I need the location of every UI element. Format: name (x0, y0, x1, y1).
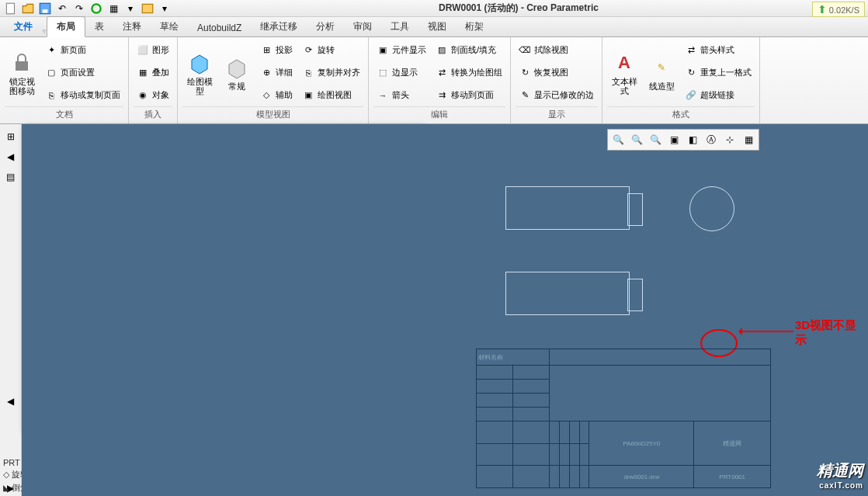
tab-autobuildz[interactable]: AutobuildZ (188, 19, 251, 36)
move-copy-page-button[interactable]: ⎘移动或复制页面 (42, 88, 123, 103)
page-setup-button[interactable]: ▢页面设置 (42, 65, 123, 81)
repaint-icon[interactable]: ▣ (665, 131, 682, 148)
erase-view-button[interactable]: ⌫拭除视图 (516, 43, 597, 58)
shade-icon[interactable]: ◧ (684, 131, 701, 148)
window-title: DRW0001 (活动的) - Creo Parametric (172, 2, 865, 15)
new-icon[interactable] (3, 2, 19, 16)
svg-rect-2 (43, 9, 48, 13)
ribbon: 锁定视图移动 ✦新页面 ▢页面设置 ⎘移动或复制页面 文档 ⬜图形 ▦叠加 ◉对… (0, 37, 868, 124)
rotate-icon: ⟳ (302, 44, 314, 57)
zoom-out-icon[interactable]: 🔍 (647, 131, 664, 148)
tree-icon[interactable]: ⊞ (3, 129, 19, 144)
ribbon-group-format: A 文本样式 ✎ 线造型 ⇄箭头样式 ↻重复上一格式 🔗超级链接 格式 (602, 37, 760, 123)
drawing-view-2[interactable] (505, 272, 630, 315)
drawing-canvas[interactable]: 🔍 🔍 🔍 ▣ ◧ Ⓐ ⊹ ▦ 3D视图不显示 材料名称 PA60nD25Y0精… (22, 124, 868, 496)
hatch-button[interactable]: ▨剖面线/填充 (432, 43, 505, 58)
move-to-page-button[interactable]: ⇉移动到页面 (432, 88, 505, 103)
line-style-button[interactable]: ✎ 线造型 (644, 39, 679, 106)
annotation-text-2: 3D视图不显示 (795, 318, 868, 348)
grid-icon[interactable]: ▦ (740, 131, 757, 148)
drawing-view-icon: ▣ (302, 89, 314, 102)
drawing-models-button[interactable]: 绘图模型 (182, 39, 217, 106)
regen-icon[interactable] (89, 2, 104, 16)
view-toolbar: 🔍 🔍 🔍 ▣ ◧ Ⓐ ⊹ ▦ (607, 129, 759, 151)
zoom-in-icon[interactable]: 🔍 (628, 131, 645, 148)
repeat-format-button[interactable]: ↻重复上一格式 (682, 65, 755, 81)
drawing-view-button[interactable]: ▣绘图视图 (299, 88, 363, 103)
new-page-button[interactable]: ✦新页面 (42, 43, 123, 58)
tab-sketch[interactable]: 草绘 (151, 17, 188, 36)
tab-tools[interactable]: 工具 (381, 17, 418, 36)
tab-view[interactable]: 视图 (418, 17, 456, 36)
layer-icon[interactable]: ▤ (3, 169, 19, 185)
modified-icon: ✎ (519, 89, 531, 102)
arrow-style-button[interactable]: ⇄箭头样式 (682, 43, 755, 58)
tab-legacy[interactable]: 继承迁移 (251, 17, 307, 36)
title-block[interactable]: 材料名称 PA60nD25Y0精通网 drw0001.drwPRT0001 (476, 349, 771, 488)
annot-icon[interactable]: Ⓐ (703, 131, 720, 148)
comp-display-icon: ▣ (377, 44, 389, 57)
svg-rect-4 (142, 4, 153, 12)
collapse-left-icon[interactable]: ◀ (3, 149, 19, 165)
qat-more-icon[interactable]: ▾ (157, 2, 172, 16)
general-view-icon (224, 55, 249, 80)
save-icon[interactable] (37, 2, 53, 16)
tab-file[interactable]: 文件 (5, 17, 42, 36)
drawing-view-circle[interactable] (689, 186, 734, 231)
svg-rect-0 (6, 3, 14, 14)
move-page-icon: ⇉ (436, 89, 448, 102)
tab-frame[interactable]: 桁架 (456, 17, 493, 36)
watermark: 精通网 caxIT.com (817, 460, 863, 490)
detailed-icon: ⊕ (260, 67, 273, 79)
repeat-icon: ↻ (685, 67, 697, 79)
edge-display-button[interactable]: ⬚边显示 (373, 65, 429, 81)
convert-icon: ⇄ (436, 67, 448, 79)
projection-button[interactable]: ⊞投影 (257, 43, 296, 58)
graphic-button[interactable]: ⬜图形 (134, 43, 172, 58)
tab-layout[interactable]: 布局 (47, 16, 85, 37)
tab-analysis[interactable]: 分析 (307, 17, 344, 36)
restore-view-button[interactable]: ↻恢复视图 (516, 65, 597, 81)
line-style-icon: ✎ (649, 55, 674, 80)
object-icon: ◉ (137, 89, 149, 102)
object-button[interactable]: ◉对象 (134, 88, 172, 103)
arrows-button[interactable]: →箭头 (373, 88, 429, 103)
hatch-icon: ▨ (436, 44, 448, 57)
quick-access-toolbar: ↶ ↷ ▦ ▾ ▾ (3, 2, 172, 16)
select-icon[interactable]: ▦ (106, 2, 121, 16)
new-page-icon: ✦ (45, 44, 57, 57)
overlay-button[interactable]: ▦叠加 (134, 65, 172, 81)
auxiliary-icon: ◇ (260, 89, 273, 102)
tab-annotate[interactable]: 注释 (113, 17, 151, 36)
convert-group-button[interactable]: ⇄转换为绘图组 (432, 65, 505, 81)
copy-align-icon: ⎘ (302, 67, 314, 79)
edge-display-icon: ⬚ (377, 67, 389, 79)
auxiliary-button[interactable]: ◇辅助 (257, 88, 296, 103)
projection-icon: ⊞ (260, 44, 273, 57)
lock-view-button[interactable]: 锁定视图移动 (5, 39, 39, 106)
show-modified-button[interactable]: ✎显示已修改的边 (516, 88, 597, 103)
lock-icon (9, 50, 34, 75)
collapse-left2-icon[interactable]: ◀ (3, 394, 19, 409)
general-view-button[interactable]: 常规 (220, 39, 254, 106)
arrow-style-icon: ⇄ (685, 44, 697, 57)
rotate-button[interactable]: ⟳旋转 (299, 43, 363, 58)
ribbon-group-model-views: 绘图模型 常规 ⊞投影 ⊕详细 ◇辅助 ⟳旋转 ⎘复制并对齐 ▣绘图视图 模型视… (178, 37, 369, 123)
open-icon[interactable] (20, 2, 36, 16)
comp-display-button[interactable]: ▣元件显示 (373, 43, 429, 58)
hyperlink-button[interactable]: 🔗超级链接 (682, 88, 755, 103)
drawing-view-1[interactable] (505, 186, 630, 230)
zoom-fit-icon[interactable]: 🔍 (609, 131, 627, 148)
undo-icon[interactable]: ↶ (54, 2, 70, 16)
detailed-button[interactable]: ⊕详细 (257, 65, 296, 81)
tab-review[interactable]: 审阅 (344, 17, 381, 36)
graphic-icon: ⬜ (137, 44, 149, 57)
window-icon[interactable]: ▾ (123, 2, 138, 16)
copy-align-button[interactable]: ⎘复制并对齐 (299, 65, 363, 81)
svg-rect-5 (16, 61, 28, 71)
close-win-icon[interactable] (140, 2, 155, 16)
text-style-button[interactable]: A 文本样式 (607, 39, 641, 106)
axis-icon[interactable]: ⊹ (721, 131, 738, 148)
redo-icon[interactable]: ↷ (71, 2, 87, 16)
tab-table[interactable]: 表 (85, 17, 113, 36)
